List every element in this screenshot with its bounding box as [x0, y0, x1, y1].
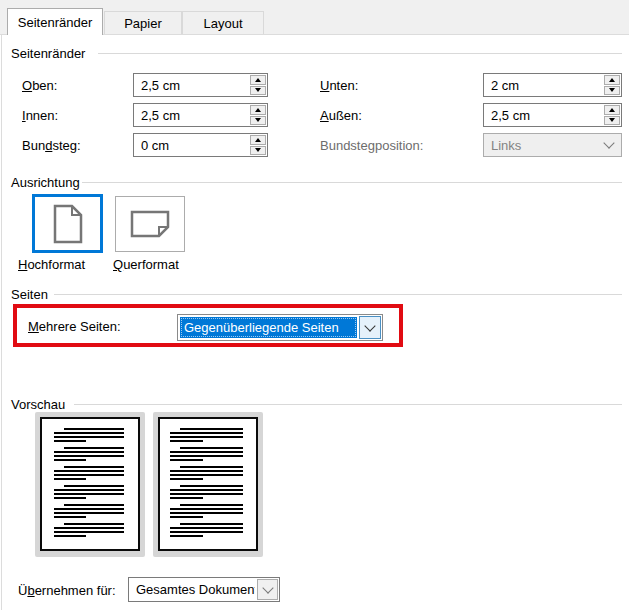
triangle-up-icon: [609, 108, 615, 112]
bundstegposition-combobox: Links: [483, 133, 622, 157]
mehrere-seiten-combobox[interactable]: Gegenüberliegende Seiten: [177, 314, 383, 341]
aussen-field[interactable]: [483, 103, 622, 127]
querformat-button[interactable]: [115, 196, 185, 252]
triangle-down-icon: [255, 88, 261, 92]
pages-group-title: Seiten: [11, 287, 48, 302]
aussen-spin-up-button[interactable]: [604, 105, 620, 115]
tab-seitenraender[interactable]: Seitenränder: [7, 8, 103, 35]
unten-spinner: [604, 75, 620, 95]
bundsteg-label-pre: Bun: [22, 138, 45, 153]
triangle-down-icon: [255, 148, 261, 152]
tab-layout-label: Layout: [203, 16, 242, 31]
group-separator-line: [54, 294, 622, 295]
tab-layout[interactable]: Layout: [182, 11, 264, 34]
uebernehmen-fuer-value[interactable]: Gesamtes Dokument: [129, 578, 255, 601]
preview-page-left: [40, 417, 140, 551]
margins-group-title: Seitenränder: [11, 46, 85, 61]
preview-page-right: [158, 417, 258, 551]
uebernehmen-label-pre: Ü: [18, 583, 27, 598]
tab-papier-label: Papier: [124, 16, 162, 31]
bundstegposition-value: Links: [484, 134, 597, 156]
oben-input[interactable]: [134, 74, 243, 96]
triangle-up-icon: [255, 78, 261, 82]
preview-page-content: [54, 428, 124, 544]
uebernehmen-fuer-label: Übernehmen für:: [18, 583, 116, 598]
hochformat-label-rest: ochformat: [27, 257, 85, 272]
uebernehmen-label-rest: ernehmen für:: [35, 583, 116, 598]
aussen-spin-down-button[interactable]: [604, 116, 620, 126]
mehrere-seiten-dropdown-button[interactable]: [359, 316, 381, 339]
chevron-down-icon: [262, 582, 273, 593]
uebernehmen-fuer-combobox[interactable]: Gesamtes Dokument: [128, 577, 280, 602]
unten-label-rest: nten:: [329, 78, 358, 93]
aussen-label-key: A: [320, 108, 329, 123]
triangle-down-icon: [609, 118, 615, 122]
preview-page-content: [170, 428, 243, 544]
bundstegposition-label: Bundstegposition:: [320, 138, 423, 153]
hochformat-label-key: H: [18, 257, 27, 272]
hochformat-button[interactable]: [32, 194, 103, 253]
querformat-label-rest: uerformat: [123, 257, 179, 272]
group-separator-line: [82, 182, 622, 183]
oben-spin-down-button[interactable]: [250, 86, 266, 96]
bundsteg-spinner: [250, 135, 266, 155]
portrait-page-icon: [53, 204, 83, 244]
unten-spin-down-button[interactable]: [604, 86, 620, 96]
innen-field[interactable]: [133, 103, 268, 127]
chevron-down-icon: [364, 320, 375, 331]
querformat-label: Querformat: [113, 257, 179, 272]
bundsteg-spin-up-button[interactable]: [250, 135, 266, 145]
bundsteg-field[interactable]: [133, 133, 268, 157]
tab-seitenraender-label: Seitenränder: [18, 15, 92, 30]
tab-page-border-left: [1, 35, 2, 610]
bundstegposition-dropdown-button: [598, 135, 620, 155]
bundsteg-label-rest: steg:: [52, 138, 80, 153]
mehrere-seiten-label: Mehrere Seiten:: [28, 319, 121, 334]
oben-label-rest: ben:: [32, 78, 57, 93]
page-setup-dialog: Seitenränder Papier Layout Seitenränder …: [0, 0, 629, 610]
bundsteg-spin-down-button[interactable]: [250, 146, 266, 156]
triangle-down-icon: [609, 88, 615, 92]
innen-label: Innen:: [22, 108, 58, 123]
mehrere-seiten-selected-value[interactable]: Gegenüberliegende Seiten: [180, 317, 357, 338]
querformat-label-key: Q: [113, 257, 123, 272]
bundsteg-input[interactable]: [134, 134, 243, 156]
mehrere-seiten-label-key: M: [28, 319, 39, 334]
landscape-page-icon: [130, 210, 170, 238]
preview-group-title: Vorschau: [11, 397, 65, 412]
aussen-label-rest: ußen:: [329, 108, 362, 123]
innen-label-rest: nnen:: [26, 108, 59, 123]
chevron-down-icon: [603, 137, 614, 148]
unten-input[interactable]: [484, 74, 597, 96]
oben-label: Oben:: [22, 78, 57, 93]
innen-input[interactable]: [134, 104, 243, 126]
triangle-up-icon: [609, 78, 615, 82]
oben-spin-up-button[interactable]: [250, 75, 266, 85]
uebernehmen-label-key: b: [27, 583, 34, 598]
aussen-input[interactable]: [484, 104, 597, 126]
triangle-up-icon: [255, 138, 261, 142]
group-separator-line: [74, 404, 622, 405]
oben-field[interactable]: [133, 73, 268, 97]
hochformat-label: Hochformat: [18, 257, 85, 272]
unten-field[interactable]: [483, 73, 622, 97]
orientation-group-title: Ausrichtung: [11, 175, 80, 190]
oben-spinner: [250, 75, 266, 95]
triangle-down-icon: [255, 118, 261, 122]
innen-spin-up-button[interactable]: [250, 105, 266, 115]
uebernehmen-fuer-dropdown-button[interactable]: [257, 579, 278, 600]
aussen-spinner: [604, 105, 620, 125]
bundsteg-label: Bundsteg:: [22, 138, 81, 153]
oben-label-key: O: [22, 78, 32, 93]
aussen-label: Außen:: [320, 108, 362, 123]
innen-spinner: [250, 105, 266, 125]
unten-label-key: U: [320, 78, 329, 93]
tab-papier[interactable]: Papier: [104, 11, 182, 34]
unten-spin-up-button[interactable]: [604, 75, 620, 85]
mehrere-seiten-label-rest: ehrere Seiten:: [39, 319, 121, 334]
triangle-up-icon: [255, 108, 261, 112]
unten-label: Unten:: [320, 78, 358, 93]
group-separator-line: [98, 53, 622, 54]
innen-spin-down-button[interactable]: [250, 116, 266, 126]
